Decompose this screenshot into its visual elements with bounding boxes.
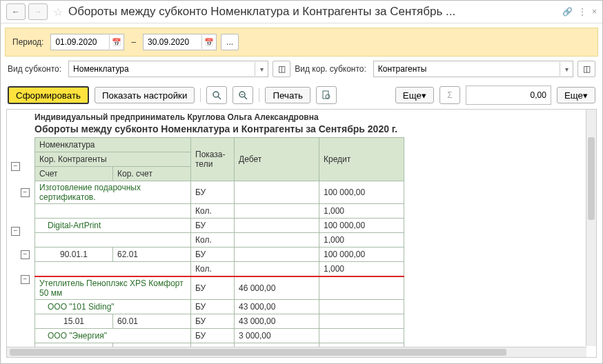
svg-line-3 — [244, 97, 247, 99]
col-kor: Кор. Контрагенты — [35, 152, 191, 167]
org-name: Индивидуальный предприниматель Круглова … — [34, 112, 593, 122]
col-pokaz: Показа- тели — [191, 138, 235, 181]
horizontal-scrollbar[interactable] — [7, 347, 586, 357]
zoom-in-button[interactable] — [206, 86, 227, 104]
svg-point-6 — [326, 94, 330, 99]
tree-collapse-button[interactable]: − — [11, 162, 20, 171]
date-from[interactable]: 📅 — [50, 34, 124, 50]
date-from-input[interactable] — [51, 36, 109, 48]
vertical-scrollbar[interactable] — [586, 110, 596, 346]
tree-collapse-button[interactable]: − — [21, 250, 30, 259]
svg-line-1 — [218, 97, 221, 99]
window-title: Обороты между субконто Номенклатура и Ко… — [68, 5, 560, 19]
tree-collapse-button[interactable]: − — [21, 275, 30, 284]
menu-icon[interactable]: ⋮ — [578, 7, 586, 17]
tree-collapse-button[interactable]: − — [21, 188, 30, 197]
table-row[interactable]: Digital-ArtPrintБУ100 000,00 — [35, 219, 404, 233]
date-to[interactable]: 📅 — [143, 34, 217, 50]
col-debet: Дебет — [235, 138, 319, 181]
table-row[interactable]: Кол.1,000 — [35, 204, 404, 219]
report-area: Индивидуальный предприниматель Круглова … — [6, 109, 597, 358]
col-korschet: Кор. счет — [113, 167, 191, 181]
subkonto-label: Вид субконто: — [8, 64, 61, 74]
sum-button[interactable]: Σ — [439, 86, 460, 104]
tree-collapse-button[interactable]: − — [11, 227, 20, 236]
star-icon[interactable]: ☆ — [53, 6, 63, 19]
report-table: Номенклатура Показа- тели Дебет Кредит К… — [34, 137, 404, 358]
table-row[interactable]: 90.01.162.01БУ100 000,00 — [35, 247, 404, 262]
table-row[interactable]: Утеплитель Пеноплэкс XPS Комфорт 50 ммБУ… — [35, 276, 404, 300]
preview-button[interactable] — [316, 86, 337, 104]
table-row[interactable]: ООО "101 Siding"БУ43 000,00 — [35, 300, 404, 314]
col-kredit: Кредит — [319, 138, 404, 181]
forward-button[interactable]: → — [28, 3, 48, 20]
kor-subkonto-input[interactable] — [374, 63, 560, 75]
link-icon[interactable]: 🔗 — [562, 7, 573, 17]
form-button[interactable]: Сформировать — [8, 86, 89, 104]
more-button[interactable]: Еще ▾ — [395, 87, 434, 103]
zoom-out-button[interactable] — [233, 86, 253, 104]
sum-input[interactable] — [466, 85, 551, 105]
period-more-button[interactable]: ... — [221, 34, 239, 50]
subkonto-combo[interactable]: ▾ — [68, 61, 268, 77]
settings-button[interactable]: Показать настройки — [95, 87, 195, 103]
table-row[interactable]: Изготовление подарочных сертификатов.БУ1… — [35, 181, 404, 204]
kor-subkonto-label: Вид кор. субконто: — [295, 64, 366, 74]
subkonto-ext-button[interactable]: ◫ — [273, 61, 290, 77]
back-button[interactable]: ← — [6, 3, 26, 20]
kor-subkonto-ext-button[interactable]: ◫ — [577, 61, 595, 77]
chevron-down-icon[interactable]: ▾ — [560, 62, 573, 76]
subkonto-input[interactable] — [69, 63, 255, 75]
period-label: Период: — [12, 37, 43, 47]
calendar-icon[interactable]: 📅 — [201, 35, 216, 49]
chevron-down-icon[interactable]: ▾ — [255, 62, 268, 76]
print-button[interactable]: Печать — [265, 87, 310, 103]
more2-button[interactable]: Еще ▾ — [557, 87, 595, 103]
kor-subkonto-combo[interactable]: ▾ — [373, 61, 573, 77]
report-title: Обороты между субконто Номенклатура и Ко… — [34, 123, 593, 134]
table-row[interactable]: Кол.1,000 — [35, 262, 404, 277]
col-schet: Счет — [35, 167, 113, 181]
table-row[interactable]: ООО "Энергия"БУ3 000,00 — [35, 329, 404, 343]
date-to-input[interactable] — [144, 36, 201, 48]
calendar-icon[interactable]: 📅 — [109, 35, 123, 49]
close-icon[interactable]: × — [592, 7, 597, 17]
date-dash: – — [128, 37, 139, 47]
table-row[interactable]: Кол.1,000 — [35, 233, 404, 247]
table-row[interactable]: 15.0160.01БУ43 000,00 — [35, 314, 404, 329]
svg-point-0 — [213, 92, 219, 97]
col-nomen: Номенклатура — [35, 138, 191, 152]
